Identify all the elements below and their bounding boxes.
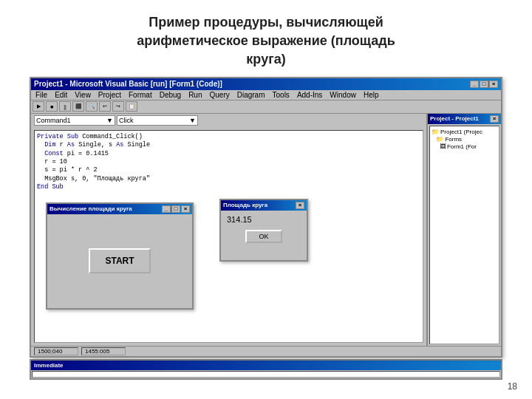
vb-window: Project1 - Microsoft Visual Basic [run] … (30, 77, 502, 358)
vb-titlebar-buttons: _ □ × (470, 81, 498, 88)
form-minimize-btn[interactable]: _ (162, 205, 171, 213)
toolbar-btn-1[interactable]: ▶ (33, 101, 44, 112)
statusbar-field-2: 1455:005 (81, 347, 126, 355)
project-titlebar: Project - Project1 × (428, 114, 501, 124)
immediate-content[interactable] (32, 371, 500, 378)
menu-view[interactable]: View (73, 91, 92, 99)
ok-button[interactable]: OK (245, 230, 282, 243)
page-number: 18 (508, 381, 517, 392)
event-dropdown[interactable]: Click ▼ (117, 115, 198, 126)
vb-main-area: Command1 ▼ Click ▼ Private Sub Command1_… (31, 114, 501, 346)
immediate-window: Immediate (30, 359, 502, 380)
tree-icon-2: 📁 (436, 136, 443, 143)
msg-title-text: Площадь круга (223, 202, 267, 208)
project-title-text: Project - Project1 (430, 115, 479, 122)
project-name: Project1 (Projec (440, 129, 482, 135)
vb-menubar: File Edit View Project Format Debug Run … (31, 90, 501, 100)
vb-titlebar: Project1 - Microsoft Visual Basic [run] … (31, 78, 501, 90)
title-area: Пример процедуры, вычисляющей арифметиче… (0, 0, 532, 77)
form-window: Вычисление площади круга _ □ × START (46, 202, 194, 310)
project-close-btn[interactable]: × (490, 115, 499, 123)
vb-toolbar: ▶ ■ || ⬛ 🔍 ↩ ↪ 📋 (31, 100, 501, 114)
project-tree-item-2[interactable]: 📁 Forms (432, 136, 497, 143)
toolbar-btn-7[interactable]: ↪ (112, 101, 124, 112)
toolbar-btn-6[interactable]: ↩ (99, 101, 111, 112)
vb-title-text: Project1 - Microsoft Visual Basic [run] … (34, 80, 222, 88)
menu-addins[interactable]: Add-Ins (296, 91, 324, 99)
menu-file[interactable]: File (34, 91, 49, 99)
msg-titlebar: Площадь круга × (221, 200, 307, 211)
toolbar-btn-5[interactable]: 🔍 (86, 101, 98, 112)
project-tree-item-1[interactable]: 📁 Project1 (Projec (432, 129, 497, 135)
close-btn[interactable]: × (489, 81, 498, 88)
menu-diagram[interactable]: Diagram (236, 91, 267, 99)
tree-icon-3: 🖼 (440, 143, 446, 150)
form1-item: Form1 (For (447, 143, 477, 150)
vb-code-panel: Command1 ▼ Click ▼ Private Sub Command1_… (31, 114, 427, 346)
minimize-btn[interactable]: _ (470, 81, 479, 88)
vb-project-panel: Project - Project1 × 📁 Project1 (Projec … (427, 114, 501, 346)
menu-run[interactable]: Run (187, 91, 203, 99)
form-content: START (47, 214, 192, 308)
immediate-title-text: Immediate (34, 362, 64, 369)
project-tree-item-3[interactable]: 🖼 Form1 (For (432, 143, 497, 150)
menu-query[interactable]: Query (208, 91, 231, 99)
vb-statusbar: 1500;040 1455:005 (31, 346, 501, 356)
dropdown-arrow-1: ▼ (106, 117, 113, 124)
message-dialog: Площадь круга × 314.15 OK (219, 199, 308, 262)
toolbar-btn-8[interactable]: 📋 (126, 101, 137, 112)
bottom-info: 18 (0, 381, 532, 392)
menu-project[interactable]: Project (97, 91, 123, 99)
toolbar-btn-3[interactable]: || (59, 101, 71, 112)
menu-edit[interactable]: Edit (53, 91, 69, 99)
code-content: Private Sub Command1_Click() Dim r As Si… (37, 133, 420, 192)
statusbar-field-1: 1500;040 (34, 347, 78, 355)
dropdown-arrow-2: ▼ (189, 117, 196, 124)
form-close-btn[interactable]: × (181, 205, 190, 213)
menu-debug[interactable]: Debug (158, 91, 183, 99)
page-container: Пример процедуры, вычисляющей арифметиче… (0, 0, 532, 399)
tree-indent-2 (432, 143, 438, 150)
start-button[interactable]: START (89, 248, 150, 273)
maximize-btn[interactable]: □ (480, 81, 488, 88)
immediate-titlebar: Immediate (31, 361, 501, 370)
forms-folder: Forms (445, 136, 462, 143)
msg-content: 314.15 OK (221, 211, 307, 248)
menu-format[interactable]: Format (127, 91, 154, 99)
form-maximize-btn[interactable]: □ (171, 205, 180, 213)
tree-indent-1 (432, 136, 434, 143)
menu-tools[interactable]: Tools (271, 91, 291, 99)
toolbar-btn-4[interactable]: ⬛ (72, 101, 84, 112)
project-tree[interactable]: 📁 Project1 (Projec 📁 Forms 🖼 Form1 (For (429, 126, 499, 344)
msg-close-btn[interactable]: × (296, 202, 304, 209)
msg-value: 314.15 (227, 215, 301, 224)
menu-help[interactable]: Help (362, 91, 381, 99)
tree-icon-1: 📁 (432, 129, 439, 135)
slide-title: Пример процедуры, вычисляющей арифметиче… (44, 13, 488, 69)
code-dropdown-bar: Command1 ▼ Click ▼ (31, 114, 426, 127)
toolbar-btn-2[interactable]: ■ (46, 101, 58, 112)
form-titlebar-buttons: _ □ × (162, 205, 190, 213)
form-title-text: Вычисление площади круга (50, 205, 132, 212)
menu-window[interactable]: Window (328, 91, 358, 99)
form-titlebar: Вычисление площади круга _ □ × (47, 204, 192, 214)
object-dropdown[interactable]: Command1 ▼ (34, 115, 115, 126)
